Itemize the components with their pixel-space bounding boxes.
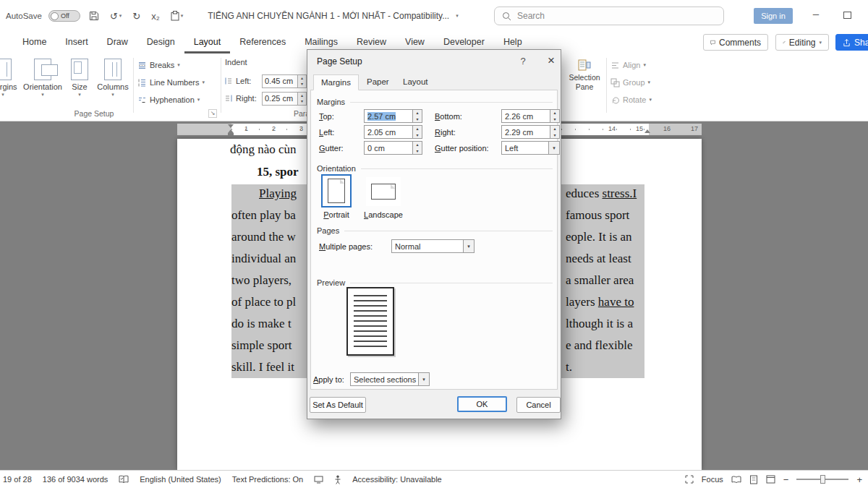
undo-button[interactable]: ↺ ▾ — [108, 9, 124, 23]
left-margin-field[interactable]: 2.05 cm ▴▾ — [364, 125, 422, 139]
group-button[interactable]: Group ▾ — [610, 75, 650, 90]
document-text-line[interactable]: a smaller area — [566, 273, 634, 290]
zoom-out-button[interactable]: − — [783, 474, 789, 485]
first-line-indent-marker[interactable] — [228, 124, 234, 128]
language-indicator[interactable]: English (United States) — [140, 475, 221, 484]
gutter-spinner[interactable]: ▴▾ — [412, 142, 422, 154]
autosave-toggle[interactable]: Off — [48, 10, 80, 22]
multiple-pages-dropdown-icon[interactable]: ▾ — [463, 240, 474, 252]
text-predictions-indicator[interactable]: Text Predictions: On — [232, 475, 303, 484]
document-text-line[interactable]: lthough it is a — [566, 317, 633, 333]
document-text-line[interactable]: around the w — [231, 230, 296, 247]
tab-insert[interactable]: Insert — [56, 32, 97, 53]
paste-button[interactable]: ▾ — [169, 9, 186, 22]
right-indent-marker[interactable] — [644, 129, 650, 133]
gutter-position-dropdown-icon[interactable]: ▾ — [548, 142, 559, 154]
indent-right-spinner[interactable]: ▴▾ — [297, 93, 306, 105]
cancel-button[interactable]: Cancel — [516, 397, 561, 413]
hyphenation-button[interactable]: Hyphenation ▾ — [137, 93, 200, 107]
editing-button[interactable]: Editing ▾ — [775, 34, 829, 51]
redo-button[interactable]: ↻ — [130, 9, 142, 23]
document-text-line[interactable]: often play ba — [231, 208, 296, 225]
gutter-position-select[interactable]: Left ▾ — [501, 141, 560, 155]
document-text-line[interactable]: skill. I feel it — [231, 360, 294, 377]
document-text-line[interactable]: e and flexible — [566, 338, 633, 355]
apply-to-select[interactable]: Selected sections ▾ — [350, 372, 430, 386]
proofing-errors-button[interactable] — [119, 475, 129, 484]
dialog-tab-margins[interactable]: Margins — [313, 74, 359, 90]
portrait-option[interactable] — [321, 174, 352, 207]
minimize-button[interactable]: – — [809, 7, 823, 20]
zoom-in-button[interactable]: + — [856, 474, 862, 485]
orientation-button[interactable]: Orientation ▾ — [20, 56, 65, 111]
rotate-button[interactable]: Rotate ▾ — [610, 93, 652, 107]
zoom-slider[interactable] — [796, 479, 848, 480]
page-setup-dialog-launcher[interactable]: ↘ — [208, 109, 217, 118]
tab-layout[interactable]: Layout — [184, 32, 231, 53]
word-count[interactable]: 136 of 9034 words — [43, 475, 109, 484]
document-text-line[interactable]: needs at least — [566, 252, 631, 268]
search-box[interactable]: Search — [494, 7, 724, 25]
document-text-line[interactable]: eople. It is an — [566, 230, 632, 247]
ok-button[interactable]: OK — [457, 396, 507, 412]
tab-references[interactable]: References — [230, 32, 295, 53]
accessibility-status[interactable]: Accessibility: Unavailable — [352, 475, 442, 484]
dialog-help-button[interactable]: ? — [517, 56, 529, 67]
document-text-line[interactable]: t. — [566, 360, 572, 377]
tab-design[interactable]: Design — [137, 32, 184, 53]
print-layout-button[interactable] — [749, 475, 758, 484]
top-margin-field[interactable]: 2.57 cm ▴▾ — [364, 109, 422, 123]
document-text-line[interactable]: Playing — [259, 187, 297, 203]
document-text-line[interactable]: layers have to — [566, 295, 634, 312]
bottom-margin-field[interactable]: 2.26 cm ▴▾ — [501, 109, 560, 123]
multiple-pages-select[interactable]: Normal ▾ — [391, 239, 475, 253]
indent-right-field[interactable]: 0.25 cm ▴▾ — [262, 92, 307, 106]
tab-home[interactable]: Home — [13, 32, 56, 53]
gutter-field[interactable]: 0 cm ▴▾ — [364, 141, 422, 155]
selection-pane-button[interactable]: Selection Pane — [565, 56, 604, 110]
columns-button[interactable]: Columns ▾ — [94, 56, 132, 111]
text-predictions-icon[interactable] — [314, 476, 323, 484]
save-button[interactable] — [87, 9, 101, 22]
tab-draw[interactable]: Draw — [98, 32, 137, 53]
document-text-line[interactable]: educes stress.I — [566, 187, 637, 203]
restore-window-button[interactable] — [843, 12, 851, 19]
bottom-margin-spinner[interactable]: ▴▾ — [550, 110, 559, 122]
comments-button[interactable]: Comments — [703, 34, 768, 51]
document-text-line[interactable]: famous sport — [566, 208, 629, 225]
landscape-option[interactable] — [366, 177, 401, 206]
sign-in-button[interactable]: Sign in — [754, 8, 793, 24]
title-chevron-icon[interactable]: ▾ — [456, 13, 459, 19]
indent-left-spinner[interactable]: ▴▾ — [297, 75, 306, 87]
right-margin-field[interactable]: 2.29 cm ▴▾ — [501, 125, 560, 139]
align-button[interactable]: Align ▾ — [610, 58, 646, 72]
dialog-close-button[interactable]: × — [545, 53, 558, 68]
read-mode-button[interactable] — [731, 476, 741, 484]
subscript-button[interactable]: x₂ — [149, 9, 162, 23]
indent-left-field[interactable]: 0.45 cm ▴▾ — [262, 74, 307, 88]
set-as-default-button[interactable]: Set As Default — [310, 397, 366, 413]
left-indent-marker[interactable] — [228, 133, 234, 135]
dialog-tab-layout[interactable]: Layout — [396, 74, 435, 90]
document-text-line[interactable]: two players, — [231, 273, 292, 290]
focus-button[interactable]: Focus — [702, 475, 723, 484]
left-margin-spinner[interactable]: ▴▾ — [412, 126, 422, 138]
share-button[interactable]: Share — [835, 34, 868, 51]
document-text-line[interactable]: 15, spor — [257, 165, 299, 181]
page-indicator[interactable]: 19 of 28 — [3, 475, 32, 484]
web-layout-button[interactable] — [766, 475, 775, 484]
document-text-line[interactable]: of place to pl — [231, 295, 296, 312]
right-margin-spinner[interactable]: ▴▾ — [550, 126, 559, 138]
document-text-line[interactable]: động nào cùn — [230, 142, 297, 159]
document-text-line[interactable]: do is make t — [231, 317, 292, 333]
zoom-slider-thumb[interactable] — [820, 475, 825, 484]
apply-to-dropdown-icon[interactable]: ▾ — [418, 373, 429, 385]
breaks-button[interactable]: Breaks ▾ — [137, 58, 180, 72]
accessibility-checker-button[interactable] — [334, 475, 341, 484]
size-button[interactable]: Size ▾ — [65, 56, 94, 111]
document-text-line[interactable]: simple sport — [231, 338, 292, 355]
line-numbers-button[interactable]: Line Numbers ▾ — [137, 75, 205, 90]
dialog-tab-paper[interactable]: Paper — [359, 74, 396, 90]
document-text-line[interactable]: individual an — [231, 252, 296, 268]
top-margin-spinner[interactable]: ▴▾ — [412, 110, 422, 122]
